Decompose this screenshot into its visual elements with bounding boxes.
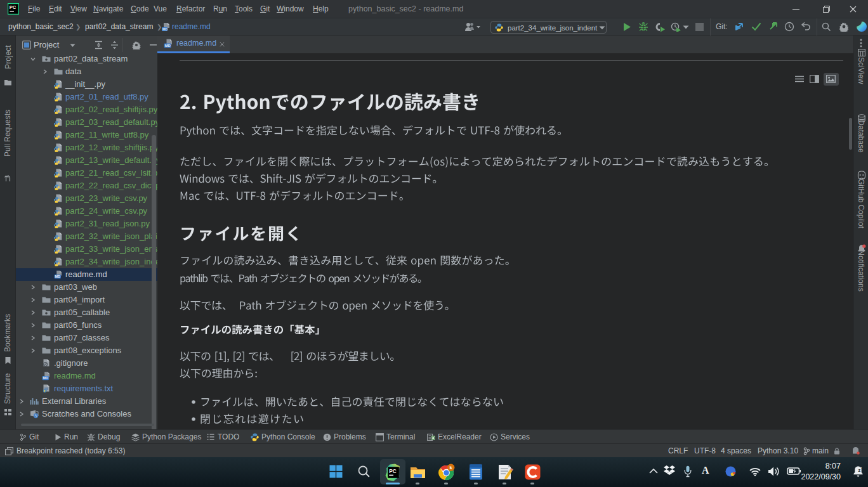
svg-text:PC: PC xyxy=(389,468,397,474)
svg-text:PC: PC xyxy=(10,4,16,10)
svg-text:MD: MD xyxy=(162,27,168,31)
svg-text:z: z xyxy=(860,466,862,470)
